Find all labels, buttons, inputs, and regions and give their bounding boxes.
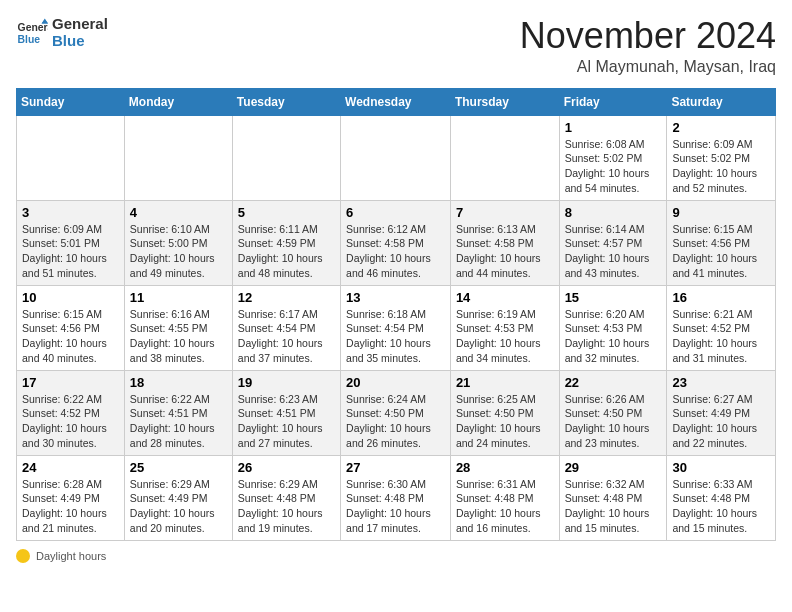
day-cell: 2Sunrise: 6:09 AM Sunset: 5:02 PM Daylig… xyxy=(667,115,776,200)
svg-text:General: General xyxy=(18,22,48,33)
day-cell: 18Sunrise: 6:22 AM Sunset: 4:51 PM Dayli… xyxy=(124,370,232,455)
day-number: 18 xyxy=(130,375,227,390)
header-cell-saturday: Saturday xyxy=(667,88,776,115)
day-number: 9 xyxy=(672,205,770,220)
day-number: 23 xyxy=(672,375,770,390)
logo-general: General xyxy=(52,16,108,33)
day-number: 1 xyxy=(565,120,662,135)
day-info: Sunrise: 6:22 AM Sunset: 4:51 PM Dayligh… xyxy=(130,392,227,451)
logo: General Blue General Blue xyxy=(16,16,108,49)
day-number: 5 xyxy=(238,205,335,220)
day-cell: 13Sunrise: 6:18 AM Sunset: 4:54 PM Dayli… xyxy=(341,285,451,370)
header-cell-thursday: Thursday xyxy=(450,88,559,115)
day-info: Sunrise: 6:30 AM Sunset: 4:48 PM Dayligh… xyxy=(346,477,445,536)
day-info: Sunrise: 6:18 AM Sunset: 4:54 PM Dayligh… xyxy=(346,307,445,366)
day-info: Sunrise: 6:33 AM Sunset: 4:48 PM Dayligh… xyxy=(672,477,770,536)
day-info: Sunrise: 6:09 AM Sunset: 5:01 PM Dayligh… xyxy=(22,222,119,281)
day-cell: 15Sunrise: 6:20 AM Sunset: 4:53 PM Dayli… xyxy=(559,285,667,370)
day-cell: 24Sunrise: 6:28 AM Sunset: 4:49 PM Dayli… xyxy=(17,455,125,540)
day-info: Sunrise: 6:27 AM Sunset: 4:49 PM Dayligh… xyxy=(672,392,770,451)
day-cell: 28Sunrise: 6:31 AM Sunset: 4:48 PM Dayli… xyxy=(450,455,559,540)
day-cell: 1Sunrise: 6:08 AM Sunset: 5:02 PM Daylig… xyxy=(559,115,667,200)
day-cell: 9Sunrise: 6:15 AM Sunset: 4:56 PM Daylig… xyxy=(667,200,776,285)
header-cell-sunday: Sunday xyxy=(17,88,125,115)
day-number: 17 xyxy=(22,375,119,390)
day-number: 13 xyxy=(346,290,445,305)
day-cell xyxy=(17,115,125,200)
day-cell: 11Sunrise: 6:16 AM Sunset: 4:55 PM Dayli… xyxy=(124,285,232,370)
day-number: 12 xyxy=(238,290,335,305)
svg-marker-3 xyxy=(42,19,48,23)
header-row: SundayMondayTuesdayWednesdayThursdayFrid… xyxy=(17,88,776,115)
header-cell-wednesday: Wednesday xyxy=(341,88,451,115)
day-info: Sunrise: 6:24 AM Sunset: 4:50 PM Dayligh… xyxy=(346,392,445,451)
day-info: Sunrise: 6:13 AM Sunset: 4:58 PM Dayligh… xyxy=(456,222,554,281)
day-cell xyxy=(450,115,559,200)
week-row-1: 3Sunrise: 6:09 AM Sunset: 5:01 PM Daylig… xyxy=(17,200,776,285)
day-number: 26 xyxy=(238,460,335,475)
day-info: Sunrise: 6:15 AM Sunset: 4:56 PM Dayligh… xyxy=(672,222,770,281)
day-info: Sunrise: 6:29 AM Sunset: 4:48 PM Dayligh… xyxy=(238,477,335,536)
logo-blue: Blue xyxy=(52,33,108,50)
day-cell: 30Sunrise: 6:33 AM Sunset: 4:48 PM Dayli… xyxy=(667,455,776,540)
day-info: Sunrise: 6:14 AM Sunset: 4:57 PM Dayligh… xyxy=(565,222,662,281)
footer: Daylight hours xyxy=(16,549,776,563)
week-row-4: 24Sunrise: 6:28 AM Sunset: 4:49 PM Dayli… xyxy=(17,455,776,540)
day-info: Sunrise: 6:20 AM Sunset: 4:53 PM Dayligh… xyxy=(565,307,662,366)
logo-icon: General Blue xyxy=(16,17,48,49)
day-cell xyxy=(124,115,232,200)
day-number: 27 xyxy=(346,460,445,475)
title-area: November 2024 Al Maymunah, Maysan, Iraq xyxy=(520,16,776,76)
day-info: Sunrise: 6:08 AM Sunset: 5:02 PM Dayligh… xyxy=(565,137,662,196)
day-number: 21 xyxy=(456,375,554,390)
day-number: 28 xyxy=(456,460,554,475)
header: General Blue General Blue November 2024 … xyxy=(16,16,776,76)
day-cell: 3Sunrise: 6:09 AM Sunset: 5:01 PM Daylig… xyxy=(17,200,125,285)
day-info: Sunrise: 6:16 AM Sunset: 4:55 PM Dayligh… xyxy=(130,307,227,366)
day-number: 20 xyxy=(346,375,445,390)
day-cell: 19Sunrise: 6:23 AM Sunset: 4:51 PM Dayli… xyxy=(232,370,340,455)
day-cell: 26Sunrise: 6:29 AM Sunset: 4:48 PM Dayli… xyxy=(232,455,340,540)
calendar-table: SundayMondayTuesdayWednesdayThursdayFrid… xyxy=(16,88,776,541)
day-cell: 12Sunrise: 6:17 AM Sunset: 4:54 PM Dayli… xyxy=(232,285,340,370)
week-row-3: 17Sunrise: 6:22 AM Sunset: 4:52 PM Dayli… xyxy=(17,370,776,455)
day-info: Sunrise: 6:19 AM Sunset: 4:53 PM Dayligh… xyxy=(456,307,554,366)
day-number: 30 xyxy=(672,460,770,475)
day-info: Sunrise: 6:26 AM Sunset: 4:50 PM Dayligh… xyxy=(565,392,662,451)
day-cell: 17Sunrise: 6:22 AM Sunset: 4:52 PM Dayli… xyxy=(17,370,125,455)
header-cell-friday: Friday xyxy=(559,88,667,115)
day-number: 6 xyxy=(346,205,445,220)
week-row-0: 1Sunrise: 6:08 AM Sunset: 5:02 PM Daylig… xyxy=(17,115,776,200)
day-info: Sunrise: 6:32 AM Sunset: 4:48 PM Dayligh… xyxy=(565,477,662,536)
day-info: Sunrise: 6:10 AM Sunset: 5:00 PM Dayligh… xyxy=(130,222,227,281)
day-cell: 8Sunrise: 6:14 AM Sunset: 4:57 PM Daylig… xyxy=(559,200,667,285)
day-info: Sunrise: 6:25 AM Sunset: 4:50 PM Dayligh… xyxy=(456,392,554,451)
sun-icon xyxy=(16,549,30,563)
day-number: 4 xyxy=(130,205,227,220)
day-info: Sunrise: 6:17 AM Sunset: 4:54 PM Dayligh… xyxy=(238,307,335,366)
day-cell: 23Sunrise: 6:27 AM Sunset: 4:49 PM Dayli… xyxy=(667,370,776,455)
day-cell: 21Sunrise: 6:25 AM Sunset: 4:50 PM Dayli… xyxy=(450,370,559,455)
day-cell: 10Sunrise: 6:15 AM Sunset: 4:56 PM Dayli… xyxy=(17,285,125,370)
day-cell: 14Sunrise: 6:19 AM Sunset: 4:53 PM Dayli… xyxy=(450,285,559,370)
day-number: 22 xyxy=(565,375,662,390)
svg-text:Blue: Blue xyxy=(18,33,41,44)
day-info: Sunrise: 6:21 AM Sunset: 4:52 PM Dayligh… xyxy=(672,307,770,366)
day-info: Sunrise: 6:12 AM Sunset: 4:58 PM Dayligh… xyxy=(346,222,445,281)
day-info: Sunrise: 6:11 AM Sunset: 4:59 PM Dayligh… xyxy=(238,222,335,281)
day-number: 2 xyxy=(672,120,770,135)
day-cell xyxy=(341,115,451,200)
footer-text: Daylight hours xyxy=(36,550,106,562)
day-number: 15 xyxy=(565,290,662,305)
day-info: Sunrise: 6:28 AM Sunset: 4:49 PM Dayligh… xyxy=(22,477,119,536)
day-info: Sunrise: 6:15 AM Sunset: 4:56 PM Dayligh… xyxy=(22,307,119,366)
day-number: 14 xyxy=(456,290,554,305)
day-number: 3 xyxy=(22,205,119,220)
day-cell: 16Sunrise: 6:21 AM Sunset: 4:52 PM Dayli… xyxy=(667,285,776,370)
day-cell xyxy=(232,115,340,200)
day-number: 19 xyxy=(238,375,335,390)
header-cell-monday: Monday xyxy=(124,88,232,115)
day-number: 11 xyxy=(130,290,227,305)
day-number: 10 xyxy=(22,290,119,305)
day-cell: 20Sunrise: 6:24 AM Sunset: 4:50 PM Dayli… xyxy=(341,370,451,455)
